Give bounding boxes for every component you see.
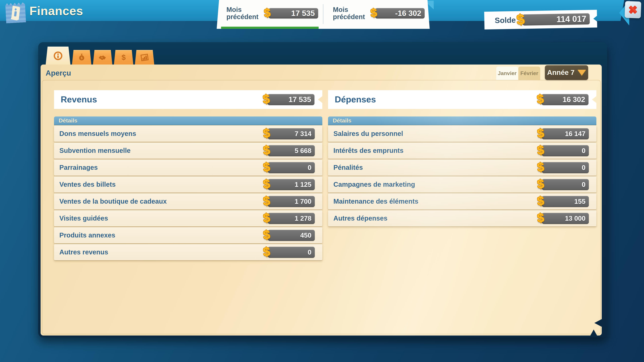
amount-pill: $ 0	[542, 145, 589, 156]
table-row: Dons mensuels moyens $ 7 314	[54, 126, 322, 142]
ledger-book-icon	[7, 4, 24, 22]
table-row: Autres revenus $ 0	[54, 244, 322, 260]
row-value: 155	[574, 198, 589, 205]
row-label: Parrainages	[59, 164, 98, 171]
close-icon	[627, 4, 639, 15]
amount-pill: $ 1 278	[268, 213, 315, 224]
currency-icon: $	[536, 92, 544, 105]
screen: Finances Mois précédent $ 17 535 Mois pr…	[0, 0, 644, 362]
currency-icon: $	[537, 127, 544, 140]
finances-window: $ $	[38, 42, 607, 337]
tab-sponsorship[interactable]	[93, 50, 112, 65]
expenses-title: Dépenses	[335, 94, 376, 104]
table-row: Autres dépenses $ 13 000	[328, 210, 596, 226]
row-value: 0	[582, 147, 589, 155]
amount-pill: $ -16 302	[375, 8, 425, 18]
currency-icon: $	[537, 211, 544, 224]
currency-icon: $	[264, 7, 271, 19]
amount-pill: $ 1 125	[268, 179, 315, 190]
row-value: 7 314	[295, 130, 315, 138]
revenues-details-header: Détails	[54, 116, 322, 125]
amount-pill: $ 16 147	[542, 128, 589, 139]
row-value: 1 700	[295, 198, 315, 205]
row-label: Salaires du personnel	[334, 130, 403, 137]
row-value: 13 000	[565, 215, 589, 222]
tab-statistics[interactable]	[135, 50, 154, 65]
amount-pill: $ 0	[268, 162, 315, 173]
currency-icon: $	[263, 161, 270, 173]
table-row: Produits annexes $ 450	[54, 227, 322, 243]
row-label: Maintenance des éléments	[334, 198, 418, 205]
table-row: Campagnes de marketing $ 0	[328, 176, 596, 193]
currency-icon: $	[263, 127, 270, 140]
currency-icon: $	[262, 92, 270, 105]
tab-finance[interactable]: $	[114, 50, 133, 65]
row-value: 0	[308, 249, 315, 256]
svg-text:$: $	[122, 53, 126, 61]
row-label: Campagnes de marketing	[334, 181, 415, 188]
table-row: Ventes de la boutique de cadeaux $ 1 700	[54, 193, 322, 210]
balance-box: Solde : $ 114 017	[484, 10, 597, 29]
close-button[interactable]	[624, 1, 641, 18]
tab-bar: $ $	[46, 46, 154, 65]
table-row: Parrainages $ 0	[54, 160, 322, 176]
revenues-title: Revenus	[61, 94, 97, 104]
revenues-details-list: Dons mensuels moyens $ 7 314 Subvention …	[54, 126, 322, 261]
cursor-arrow	[594, 319, 602, 327]
currency-icon: $	[263, 194, 270, 207]
amount-pill: $ 0	[268, 247, 315, 258]
tab-overview[interactable]	[46, 46, 70, 65]
currency-icon: $	[263, 228, 270, 241]
row-label: Dons mensuels moyens	[59, 130, 136, 137]
amount-pill: $ 7 314	[268, 128, 315, 139]
amount-pill: $ 16 302	[542, 94, 588, 105]
revenues-total: 17 535	[288, 95, 314, 104]
amount-value: 17 535	[291, 9, 318, 18]
amount-pill: $ 0	[542, 179, 589, 190]
details-label: Détails	[328, 117, 352, 124]
amount-pill: $ 1 700	[268, 196, 315, 207]
expenses-column: Dépenses $ 16 302 Détails Salaires du pe…	[328, 64, 596, 336]
amount-value: -16 302	[395, 9, 425, 18]
currency-icon: $	[537, 177, 544, 190]
row-label: Autres revenus	[59, 248, 108, 256]
dollar-icon: $	[119, 53, 128, 62]
row-value: 16 147	[565, 130, 589, 138]
amount-pill: $ 17 535	[268, 94, 314, 105]
amount-pill: $ 114 017	[522, 13, 590, 25]
info-icon	[53, 51, 63, 61]
revenues-header-card: Revenus $ 17 535	[54, 90, 322, 109]
currency-icon: $	[370, 7, 378, 19]
table-row: Maintenance des éléments $ 155	[328, 193, 596, 210]
currency-icon: $	[263, 144, 270, 157]
row-value: 1 278	[295, 215, 315, 222]
row-label: Visites guidées	[59, 215, 108, 222]
currency-icon: $	[537, 161, 544, 173]
expenses-header-card: Dépenses $ 16 302	[328, 90, 596, 109]
amount-pill: $ 13 000	[542, 213, 589, 224]
expenses-total: 16 302	[562, 95, 588, 104]
row-value: 0	[308, 164, 315, 171]
expenses-details-header: Détails	[328, 116, 596, 125]
expenses-details-list: Salaires du personnel $ 16 147 Intérêts …	[328, 126, 596, 227]
table-row: Subvention mensuelle $ 5 668	[54, 143, 322, 159]
row-label: Pénalités	[334, 164, 363, 171]
currency-icon: $	[263, 177, 270, 190]
currency-icon: $	[516, 12, 526, 27]
table-row: Salaires du personnel $ 16 147	[328, 126, 596, 142]
revenues-column: Revenus $ 17 535 Détails Dons mensuels m…	[54, 64, 322, 336]
svg-text:$: $	[81, 56, 82, 60]
row-label: Ventes des billets	[59, 181, 116, 188]
currency-icon: $	[263, 211, 270, 224]
previous-month-expense: Mois précédent $ -16 302	[323, 0, 430, 29]
row-label: Autres dépenses	[334, 215, 388, 222]
row-value: 0	[582, 181, 589, 188]
row-value: 450	[300, 232, 315, 239]
money-bag-icon: $	[77, 53, 86, 62]
handshake-icon	[98, 53, 108, 62]
tab-donations[interactable]: $	[72, 50, 92, 65]
row-label: Ventes de la boutique de cadeaux	[59, 198, 167, 205]
table-row: Visites guidées $ 1 278	[54, 210, 322, 226]
balance-value: 114 017	[556, 14, 590, 24]
currency-icon: $	[537, 194, 544, 207]
